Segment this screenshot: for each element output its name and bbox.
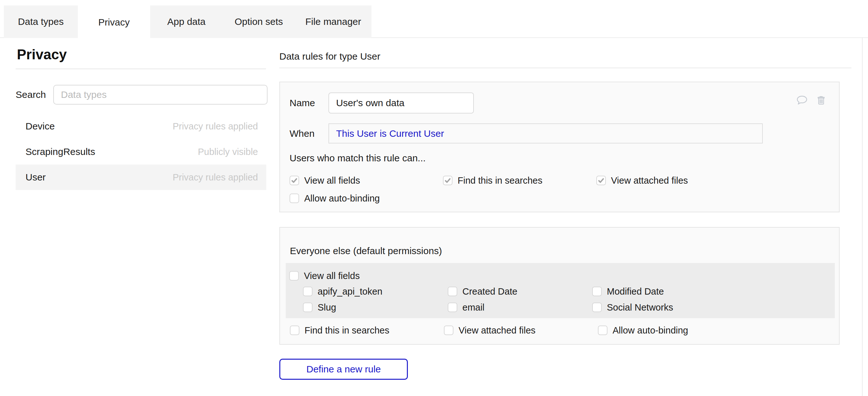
checkbox-box [448, 303, 457, 312]
checkbox-view-all-fields[interactable]: View all fields [289, 176, 443, 185]
default-permissions-card: Everyone else (default permissions) View… [279, 227, 840, 345]
checkbox-field-created-date[interactable]: Created Date [448, 287, 592, 296]
sidebar-divider [16, 68, 266, 69]
data-type-name: ScrapingResults [26, 146, 95, 157]
checkbox-box [592, 303, 602, 312]
checkbox-view-attached-files-default[interactable]: View attached files [444, 326, 598, 335]
privacy-status-label: Publicly visible [198, 147, 258, 157]
data-rules-panel: Data rules for type User [279, 38, 851, 380]
checkbox-field-modified-date[interactable]: Modified Date [592, 287, 835, 296]
data-type-list: Device Privacy rules applied ScrapingRes… [16, 114, 266, 190]
checkbox-box [444, 326, 454, 335]
sidebar-item-device[interactable]: Device Privacy rules applied [16, 114, 266, 139]
checkbox-allow-auto-binding[interactable]: Allow auto-binding [289, 193, 443, 203]
tab-label: File manager [305, 16, 361, 27]
checkbox-box [596, 176, 606, 185]
privacy-sidebar: Privacy Search Device Privacy rules appl… [0, 38, 274, 190]
rule-name-row: Name [289, 92, 829, 114]
sidebar-item-user[interactable]: User Privacy rules applied [16, 164, 266, 190]
field-checkbox-grid: apify_api_token Created Date Modified Da… [303, 287, 835, 312]
checkbox-field-apify-api-token[interactable]: apify_api_token [303, 287, 448, 296]
checkbox-box [443, 176, 453, 185]
data-type-name: Device [26, 121, 55, 132]
rule-when-row: When This User is Current User [289, 123, 829, 144]
checkbox-box [598, 326, 608, 335]
name-label: Name [289, 97, 329, 109]
when-label: When [289, 128, 329, 139]
search-row: Search [16, 85, 274, 104]
tab-privacy[interactable]: Privacy [78, 5, 150, 39]
data-rules-title: Data rules for type User [279, 51, 851, 62]
default-permissions-title: Everyone else (default permissions) [290, 245, 839, 257]
field-permissions-panel: View all fields apify_api_token Created … [286, 263, 835, 318]
panel-right-border [862, 38, 863, 396]
tab-file-manager[interactable]: File manager [295, 5, 372, 38]
checkbox-field-email[interactable]: email [448, 303, 592, 312]
sidebar-item-scrapingresults[interactable]: ScrapingResults Publicly visible [16, 139, 266, 164]
comment-icon[interactable] [796, 94, 808, 106]
tab-bar: Data types Privacy App data Option sets … [0, 0, 868, 38]
when-condition-box[interactable]: This User is Current User [329, 123, 763, 144]
tab-app-data[interactable]: App data [150, 5, 223, 38]
privacy-status-label: Privacy rules applied [173, 121, 258, 132]
checkbox-field-slug[interactable]: Slug [303, 303, 448, 312]
tab-strip: Data types Privacy App data Option sets … [4, 5, 372, 39]
search-input[interactable] [53, 85, 268, 104]
tab-label: App data [167, 16, 205, 27]
rule-card: Name When This User is Current User User… [279, 82, 840, 212]
default-other-permissions: Find this in searches View attached file… [290, 326, 839, 335]
tab-label: Privacy [98, 17, 129, 28]
rule-card-actions [796, 94, 827, 106]
privacy-settings-screen: Data types Privacy App data Option sets … [0, 0, 868, 396]
checkbox-box [289, 176, 299, 185]
checkbox-allow-auto-binding-default[interactable]: Allow auto-binding [598, 326, 839, 335]
checkbox-box [303, 303, 312, 312]
tab-option-sets[interactable]: Option sets [223, 5, 295, 38]
checkbox-box [592, 287, 602, 296]
define-new-rule-button[interactable]: Define a new rule [279, 359, 408, 380]
checkbox-field-social-networks[interactable]: Social Networks [592, 303, 835, 312]
main-divider [279, 68, 851, 68]
page-title: Privacy [17, 46, 274, 63]
when-condition-text: This User is Current User [336, 128, 444, 139]
trash-icon[interactable] [815, 94, 827, 106]
tab-label: Data types [18, 16, 63, 27]
checkbox-view-attached-files[interactable]: View attached files [596, 176, 829, 185]
checkbox-view-all-fields-default[interactable]: View all fields [289, 271, 835, 281]
checkbox-box [448, 287, 457, 296]
checkbox-box [290, 326, 300, 335]
tab-label: Option sets [235, 16, 283, 27]
checkbox-find-in-searches[interactable]: Find this in searches [443, 176, 596, 185]
tab-data-types[interactable]: Data types [4, 5, 78, 38]
search-label: Search [16, 89, 53, 100]
permissions-intro: Users who match this rule can... [289, 152, 829, 164]
rule-name-input[interactable] [329, 92, 474, 114]
checkbox-box [303, 287, 312, 296]
checkbox-box [289, 271, 299, 281]
checkbox-box [289, 193, 299, 203]
privacy-status-label: Privacy rules applied [173, 172, 258, 183]
rule-permissions-grid: View all fields Find this in searches Vi… [289, 176, 829, 203]
data-type-name: User [26, 172, 45, 183]
checkbox-find-in-searches-default[interactable]: Find this in searches [290, 326, 444, 335]
